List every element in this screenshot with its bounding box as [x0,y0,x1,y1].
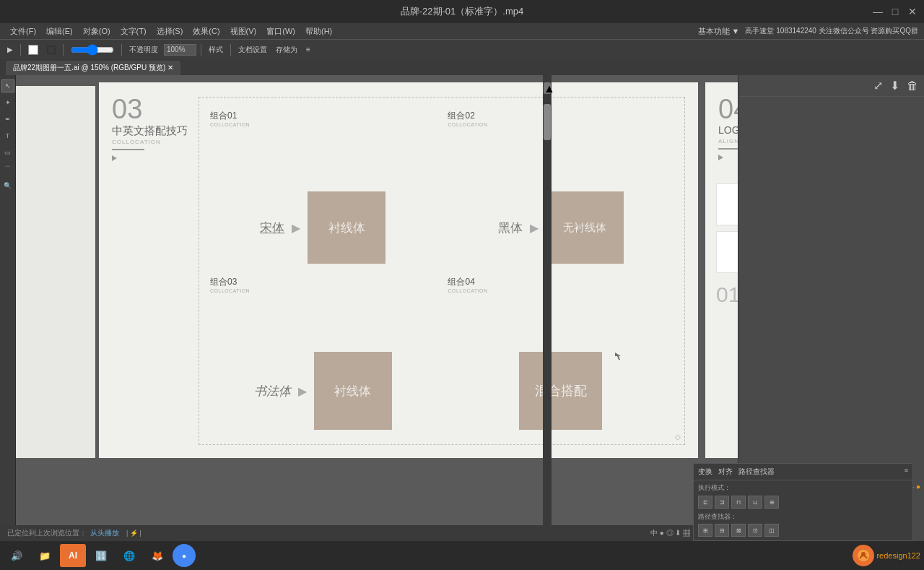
minimize-button[interactable]: — [872,6,884,17]
panel-action-btn-1[interactable]: ⊞ [698,524,712,537]
status-bar: 已定位到上次浏览位置： 从头播放 | ⚡ | 中 ● ◎ ⬇ ▦ ● [0,525,704,541]
maximize-button[interactable]: □ [889,6,901,17]
document-tab[interactable]: 品牌22期图册一五.ai @ 150% (RGB/GPU 预览) ✕ [6,61,180,75]
tool-brush[interactable]: ⌒ [1,163,14,176]
panel-action-btn-3[interactable]: ⊠ [731,524,746,537]
panel-tab-pathfinder[interactable]: 路径查找器 [738,467,775,477]
grid-corner-marker: ◇ [675,433,681,441]
toolbar-fill[interactable] [25,44,41,56]
share-icon[interactable]: ⤢ [873,79,883,92]
menu-view[interactable]: 视图(V) [226,25,261,38]
tool-select[interactable]: ↖ [1,79,14,92]
close-button[interactable]: ✕ [907,6,918,17]
combo-01-right: 衬线体 [328,220,365,236]
menu-file[interactable]: 文件(F) [6,25,40,38]
combo-02-cell: 组合02 COLLOCATION 黑体 ▶ 无衬线体 [444,105,677,271]
toolbar-brush[interactable] [68,45,117,55]
combo-03-label-area: 组合03 COLLOCATION [210,275,250,293]
brand-logo-circle [853,545,874,566]
menu-select[interactable]: 选择(S) [152,25,188,38]
toolbar-save-as[interactable]: 存储为 [273,44,300,56]
toolbar-style[interactable]: 样式 [206,44,226,56]
combo-04-cell: 组合04 COLLOCATION 混合搭配 [444,271,677,437]
toolbar-sep-1 [20,44,21,56]
slide-03-title-en: COLLOCATION [112,139,188,145]
combo-02-label-area: 组合02 COLLOCATION [448,108,487,127]
panel-state-label: 执行模式： [698,483,908,493]
panel-btn-3[interactable]: ⊓ [731,496,746,509]
combo-04-content: 混合搭配 [448,352,674,430]
status-extra: | ⚡ | [126,530,141,537]
window-title: 品牌-22期-01（标准字）.mp4 [401,5,523,18]
tool-zoom[interactable]: 🔍 [1,179,14,192]
panel-btn-4[interactable]: ⊔ [748,496,762,509]
taskbar-audio[interactable]: 🔊 [4,543,30,569]
alignment-row: 01 左对齐 [716,279,738,310]
menu-edit[interactable]: 编辑(E) [42,25,77,38]
social-info: 高手速堂 1083142240 关注微信公众号 资源购买QQ群 [745,26,918,36]
taskbar-folder[interactable]: 📁 [32,543,58,569]
download-icon[interactable]: ⬇ [890,79,899,92]
taskbar-notification-area: redesign122 [853,545,920,566]
panel-tab-transform[interactable]: 变换 [698,467,712,477]
slide-04-title-en: ALIGNMENT [718,138,738,144]
scroll-thumb[interactable] [544,104,551,140]
menu-text[interactable]: 文字(T) [116,25,151,38]
delete-icon[interactable]: 🗑 [907,79,918,92]
workspace-selector[interactable]: 基本功能 ▼ [698,26,740,37]
toolbar-doc-settings[interactable]: 文档设置 [235,44,270,56]
v-scrollbar[interactable]: ▲ [543,75,552,527]
panel-icons-row: ⤢ ⬇ 🗑 [738,75,924,97]
panel-action-label: 路径查找器： [698,512,908,522]
taskbar-chrome[interactable]: ● [173,544,196,567]
combo-03-box: 衬线体 [314,352,392,430]
tool-text[interactable]: T [1,129,14,142]
combo-03-right: 衬线体 [334,383,371,400]
panel-btn-5[interactable]: ⊕ [764,496,779,509]
page-03: 03 中英文搭配技巧 COLLOCATION 组合01 COLLOCATION … [99,82,698,458]
tool-pen[interactable]: ✒ [1,113,14,126]
bottom-floating-panel: 变换 对齐 路径查找器 ≡ 执行模式： ⊏ ⊐ ⊓ ⊔ ⊕ 路径查找器： ⊞ ⊟… [693,463,913,541]
toolbar-more[interactable]: ≡ [303,45,313,54]
slide-03-title-zh: 中英文搭配技巧 [112,124,188,138]
taskbar-firefox[interactable]: 🦊 [144,543,170,569]
menu-window[interactable]: 窗口(W) [262,25,300,38]
tools-sidebar: ↖ ✦ ✒ T ▭ ⌒ 🔍 [0,75,16,527]
status-link[interactable]: 从头播放 [90,528,119,538]
combo-01-label-area: 组合01 COLLOCATION [210,108,250,127]
slide-04-number: 04 [718,95,738,123]
svg-point-6 [861,552,866,556]
toolbar-stroke[interactable] [44,45,58,55]
panel-action-btn-4[interactable]: ⊡ [748,524,762,537]
panel-action-btn-5[interactable]: ◫ [764,524,779,537]
tab-bar: 品牌22期图册一五.ai @ 150% (RGB/GPU 预览) ✕ [0,59,924,75]
taskbar-browser-1[interactable]: 🌐 [116,543,142,569]
combo-03-label-sub: COLLOCATION [210,288,250,293]
status-text: 已定位到上次浏览位置： [7,528,87,538]
menu-effect[interactable]: 效果(C) [188,25,224,38]
combo-01-content: 宋体 ▶ 衬线体 [210,191,436,264]
combo-03-label: 组合03 [210,277,237,287]
panel-tab-row: 变换 对齐 路径查找器 ≡ [694,464,912,480]
panel-btn-1[interactable]: ⊏ [698,496,712,509]
menu-object[interactable]: 对象(O) [79,25,115,38]
slide-04-divider [718,148,738,150]
combo-02-label-sub: COLLOCATION [448,122,487,127]
combo-01-label: 组合01 [210,111,237,121]
scroll-up-arrow[interactable]: ▲ [544,82,551,94]
toolbar-sep-4 [201,44,201,56]
combo-02-label: 组合02 [448,111,474,121]
menu-right-area: 基本功能 ▼ 高手速堂 1083142240 关注微信公众号 资源购买QQ群 [698,26,918,37]
taskbar-illustrator[interactable]: AI [60,544,86,567]
panel-btn-2[interactable]: ⊐ [715,496,729,509]
tool-shape[interactable]: ▭ [1,146,14,159]
panel-action-btn-2[interactable]: ⊟ [715,524,729,537]
panel-tab-align[interactable]: 对齐 [718,467,733,477]
toolbar-sep-3 [121,44,122,56]
slide-03-header: 03 中英文搭配技巧 COLLOCATION [112,95,188,161]
menu-help[interactable]: 帮助(H) [301,25,336,38]
toolbar-opacity-input[interactable] [164,44,196,56]
taskbar-number-app[interactable]: 🔢 [88,543,114,569]
panel-collapse-btn[interactable]: ≡ [905,467,908,477]
tool-node[interactable]: ✦ [1,96,14,109]
